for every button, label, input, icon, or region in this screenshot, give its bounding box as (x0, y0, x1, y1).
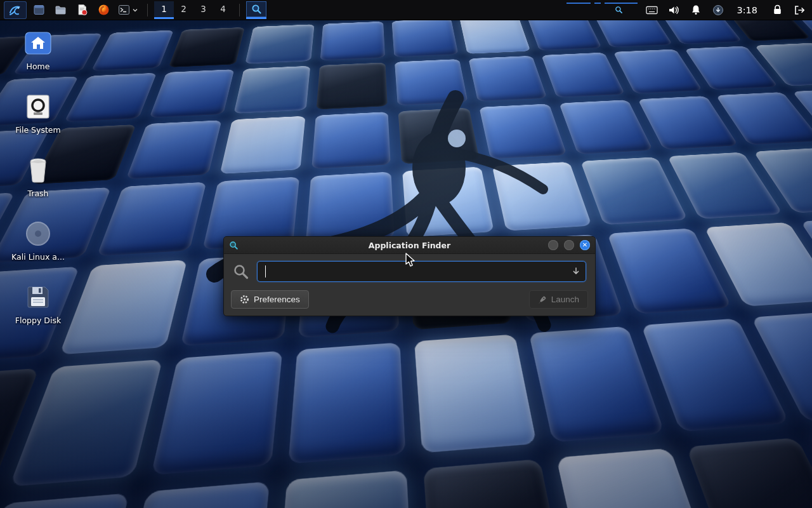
desktop-icon-label: Kali Linux a... (11, 252, 65, 262)
launcher-app-window[interactable] (29, 1, 48, 19)
workspace-4[interactable]: 4 (213, 1, 233, 19)
desktop-icon-label: File System (15, 125, 61, 135)
home-folder-icon (23, 29, 53, 57)
clock[interactable]: 3:18 (737, 5, 757, 15)
app-window-icon (33, 4, 45, 16)
lock-icon[interactable] (771, 4, 783, 17)
text-caret (265, 265, 266, 277)
launcher-terminal[interactable] (115, 1, 141, 19)
dialog-magnifier-icon (229, 241, 239, 250)
workspace-3-label: 3 (200, 4, 206, 14)
launcher-text-editor[interactable] (72, 1, 91, 19)
logout-icon[interactable] (793, 4, 806, 17)
desktop-icon-label: Trash (27, 189, 48, 198)
close-icon: ✕ (582, 242, 587, 248)
panel-separator (239, 4, 240, 17)
desktop-icon-list: Home File System Trash (9, 29, 67, 325)
terminal-icon (118, 4, 130, 16)
dropdown-arrow-icon[interactable] (572, 267, 580, 276)
workspace-switcher: 1 2 3 4 (154, 1, 233, 19)
launch-icon (538, 295, 547, 304)
kali-logo-icon (8, 3, 22, 17)
preferences-button[interactable]: Preferences (231, 290, 309, 309)
minimize-button[interactable] (548, 240, 558, 250)
desktop-icon-label: Home (27, 62, 50, 71)
desktop-icon-floppy-disk[interactable]: Floppy Disk (9, 283, 67, 325)
dialog-title: Application Finder (224, 241, 595, 250)
window-button-mark (566, 3, 591, 4)
file-system-drive-icon (23, 93, 53, 121)
launcher-file-manager[interactable] (51, 1, 70, 19)
firefox-icon (98, 4, 110, 16)
gear-icon (240, 295, 249, 304)
launch-button[interactable]: Launch (529, 290, 588, 309)
workspace-1[interactable]: 1 (154, 1, 174, 19)
desktop-icon-home[interactable]: Home (9, 29, 67, 71)
applications-menu-button[interactable] (4, 1, 27, 19)
application-finder-dialog: Application Finder ✕ Preferences (223, 236, 596, 316)
text-editor-icon (76, 4, 88, 16)
workspace-2[interactable]: 2 (174, 1, 193, 19)
dialog-actions: Preferences Launch (224, 287, 595, 316)
search-input[interactable] (257, 261, 586, 282)
keyboard-icon[interactable] (645, 4, 658, 17)
status-orb-icon[interactable] (712, 4, 724, 17)
window-button-application-finder[interactable] (566, 2, 638, 18)
top-panel: 1 2 3 4 (0, 0, 812, 20)
workspace-3[interactable]: 3 (193, 1, 213, 19)
system-tray: 3:18 (645, 4, 806, 17)
search-icon (233, 264, 249, 280)
search-input-wrap (257, 261, 586, 282)
application-finder-launcher[interactable] (246, 1, 266, 19)
launcher-firefox[interactable] (94, 1, 113, 19)
trash-can-icon (23, 156, 53, 184)
preferences-label: Preferences (254, 295, 300, 304)
desktop-icon-kali-linux[interactable]: Kali Linux a... (9, 220, 67, 262)
desktop-icon-label: Floppy Disk (15, 316, 61, 325)
floppy-disk-icon (23, 283, 53, 311)
desktop-icon-file-system[interactable]: File System (9, 93, 67, 135)
chevron-down-icon (132, 7, 138, 13)
launch-label: Launch (551, 295, 579, 304)
search-row (224, 254, 595, 287)
workspace-1-label: 1 (161, 4, 167, 14)
workspace-2-label: 2 (181, 4, 187, 14)
dialog-titlebar[interactable]: Application Finder ✕ (224, 237, 595, 254)
desktop-icon-trash[interactable]: Trash (9, 156, 67, 198)
volume-icon[interactable] (667, 4, 680, 17)
close-button[interactable]: ✕ (580, 240, 590, 250)
file-manager-icon (55, 4, 67, 16)
window-controls: ✕ (548, 240, 590, 250)
kali-disc-icon (23, 220, 53, 248)
workspace-4-label: 4 (220, 4, 226, 14)
window-button-mark (594, 3, 601, 4)
magnifier-icon (615, 6, 623, 14)
window-button-mark (605, 3, 638, 4)
panel-separator (147, 4, 148, 17)
magnifier-icon (251, 4, 262, 15)
notifications-bell-icon[interactable] (690, 4, 702, 17)
maximize-button[interactable] (564, 240, 574, 250)
